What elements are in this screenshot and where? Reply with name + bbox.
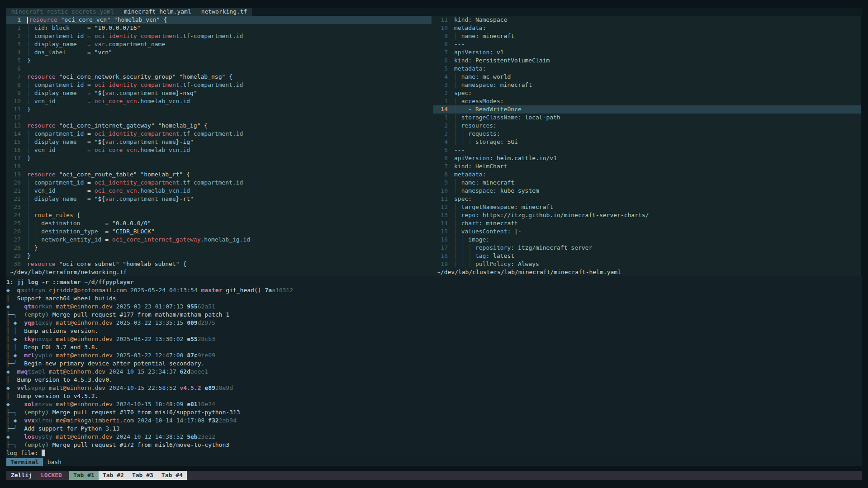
zellij-status-bar: Zellij LOCKED Tab #1 Tab #2 Tab #3 Tab #… [6, 471, 862, 480]
code-line: 3│ │ requests: [433, 130, 861, 138]
line-number: 3 [6, 40, 21, 48]
line-number: 5 [433, 146, 448, 154]
line-number: 2 [6, 32, 21, 40]
line-number: 14 [433, 105, 448, 114]
code-line: 19│ │ │ pullPolicy: Always [433, 260, 861, 268]
code-line: 18│ │ │ tag: latest [433, 252, 861, 260]
log-line: │ Bump version to v4.5.2. [6, 392, 862, 400]
line-number: 14 [6, 130, 21, 138]
log-line: │ ◆ yqptqxsy matt@einhorn.dev 2025-03-22… [6, 319, 862, 327]
prompt-label: log file: [6, 450, 42, 456]
code-line: 26│ │ destination_type = "CIDR_BLOCK" [6, 227, 432, 236]
window-bar: Terminal bash [6, 458, 862, 466]
log-line: │ ◆ tkynxvqz matt@einhorn.dev 2025-03-22… [6, 335, 862, 343]
log-line: │ ◆ vvxxlrnu me@mirkogalimberti.com 2024… [6, 417, 862, 425]
code-line: 8metadata: [433, 171, 861, 179]
log-line: │ Support aarch64 wheel builds [6, 294, 862, 303]
code-line: 3│ namespace: minecraft [433, 81, 861, 89]
code-line: 18 [6, 162, 432, 171]
zellij-tab-2[interactable]: Tab #2 [99, 471, 128, 480]
code-line: 21│ vcn_id = oci_core_vcn.homelab_vcn.id [6, 187, 432, 195]
line-number: 14 [433, 219, 448, 227]
code-line: 23│ [6, 203, 432, 211]
line-number: 8 [433, 171, 448, 179]
code-line: 11} [6, 105, 432, 114]
line-number: 11 [433, 195, 448, 203]
code-line: 7kind: HelmChart [433, 162, 861, 171]
code-line: 7apiVersion: v1 [433, 48, 861, 57]
line-number: 9 [433, 179, 448, 187]
line-number: 11 [6, 105, 21, 114]
zellij-session: minecraft-restic-secrets.yaml minecraft-… [0, 0, 868, 488]
log-line: ◆ vvlsvpxp matt@einhorn.dev 2024-10-15 2… [6, 384, 862, 392]
code-line: 9│ name: minecraft [433, 179, 861, 187]
code-line: 6kind: PersistentVolumeClaim [433, 57, 861, 65]
code-line: 16│ vcn_id = oci_core_vcn.homelab_vcn.id [6, 146, 432, 154]
editor-area: 1resource "oci_core_vcn" "homelab_vcn" {… [6, 16, 862, 276]
log-line: ◆ losuysty matt@einhorn.dev 2024-10-12 1… [6, 433, 862, 441]
line-number: 13 [6, 122, 21, 130]
code-line: 4│ │ │ storage: 5Gi [433, 138, 861, 146]
line-number: 15 [433, 227, 448, 236]
line-number: 1 [433, 97, 448, 105]
log-line: ◆ qtnorkxn matt@einhorn.dev 2025-03-23 0… [6, 303, 862, 311]
shell-name-label: bash [43, 458, 66, 466]
line-number: 18 [6, 162, 21, 171]
code-line: 1resource "oci_core_vcn" "homelab_vcn" { [6, 16, 432, 24]
line-number: 3 [433, 130, 448, 138]
line-number: 10 [433, 24, 448, 32]
line-number: 17 [6, 154, 21, 162]
line-number: 9 [433, 32, 448, 40]
terminal-window-chip[interactable]: Terminal [6, 458, 43, 466]
code-line: 7resource "oci_core_network_security_gro… [6, 73, 432, 81]
log-line: │ ◆ mrlyvplo matt@einhorn.dev 2025-03-22… [6, 351, 862, 360]
zellij-tab-4[interactable]: Tab #4 [157, 471, 187, 480]
buffer-tabs: minecraft-restic-secrets.yaml minecraft-… [6, 8, 252, 16]
line-number: 1 [6, 24, 21, 32]
code-line: 17│ │ │ repository: itzg/minecraft-serve… [433, 244, 861, 252]
code-line: 4│ name: mc-world [433, 73, 861, 81]
code-line: 4│ dns_label = "vcn" [6, 48, 432, 57]
line-number: 19 [6, 171, 21, 179]
line-number: 24 [6, 211, 21, 219]
code-line: 11kind: Namespace [433, 16, 861, 24]
code-line: 12│ targetNamespace: minecraft [433, 203, 861, 211]
buffer-tab-networking-tf[interactable]: networking.tf [196, 8, 252, 16]
code-line: 8--- [433, 40, 861, 48]
log-line: ◆ xolmnzvw matt@einhorn.dev 2024-10-15 1… [6, 400, 862, 408]
code-line: 13resource "oci_core_internet_gateway" "… [6, 122, 432, 130]
buffer-tab-minecraft-helm[interactable]: minecraft-helm.yaml [119, 8, 196, 16]
code-line: 5--- [433, 146, 861, 154]
log-line: │ │ Drop EOL 3.7 and 3.8. [6, 343, 862, 351]
line-number: 7 [433, 162, 448, 171]
log-line: ◆ mwqtswol matt@einhorn.dev 2024-10-15 2… [6, 368, 862, 376]
line-number: 5 [433, 65, 448, 73]
editor-pane-networking-tf[interactable]: 1resource "oci_core_vcn" "homelab_vcn" {… [6, 16, 432, 276]
jj-log-command: 1: jj log -r ::master [6, 279, 84, 285]
code-line: 27│ │ network_entity_id = oci_core_inter… [6, 236, 432, 244]
code-line: 10│ namespace: kube-system [433, 187, 861, 195]
line-number: 7 [6, 73, 21, 81]
code-line: 15│ display_name = "${var.compartment_na… [6, 138, 432, 146]
shell-prompt[interactable]: log file: [6, 449, 862, 457]
line-number: 12 [433, 203, 448, 211]
buffer-tab-minecraft-restic-secrets[interactable]: minecraft-restic-secrets.yaml [6, 8, 119, 16]
zellij-tab-3[interactable]: Tab #3 [128, 471, 157, 480]
code-line: 5metadata: [433, 65, 861, 73]
code-line: 19resource "oci_core_route_table" "homel… [6, 171, 432, 179]
line-number: 21 [6, 187, 21, 195]
terraform-code: 1resource "oci_core_vcn" "homelab_vcn" {… [6, 16, 432, 268]
line-number: 9 [6, 89, 21, 97]
terminal-pane[interactable]: 1: jj log -r ::master ~/d/ffpyplayer ◆ q… [6, 276, 862, 458]
zellij-tab-1[interactable]: Tab #1 [69, 471, 99, 480]
statusline-left-path: ~/dev/lab/terraform/networking.tf [6, 268, 432, 276]
log-line: ├─╮ (empty) Merge pull request #172 from… [6, 441, 862, 449]
code-line: 14│ - ReadWriteOnce [433, 105, 861, 114]
code-line: 6apiVersion: helm.cattle.io/v1 [433, 154, 861, 162]
line-number: 18 [433, 252, 448, 260]
log-line: ├─╯ Add support for Python 3.13 [6, 425, 862, 433]
editor-pane-minecraft-helm[interactable]: 11kind: Namespace10metadata:9│ name: min… [433, 16, 861, 276]
code-line: 20│ compartment_id = oci_identity_compar… [6, 179, 432, 187]
line-number: 17 [433, 244, 448, 252]
code-line: 3│ display_name = var.compartment_name [6, 40, 432, 48]
